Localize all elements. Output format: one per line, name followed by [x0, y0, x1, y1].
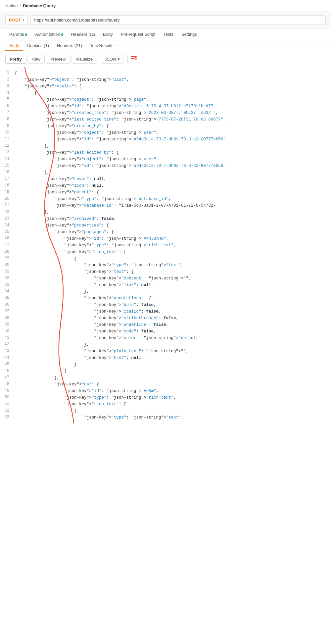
line-content: "json-key">"bold": false, [15, 302, 331, 308]
line-content: "json-key">"type": "json-string">"databa… [15, 196, 331, 202]
line-number: 39 [0, 322, 15, 328]
line-number: 41 [0, 335, 15, 341]
line-content: "json-key">"object": "json-string">"user… [15, 129, 331, 136]
code-line: 4 { [0, 90, 331, 96]
line-number: 24 [0, 222, 15, 228]
code-line: 9 "json-key">"created_by": { [0, 123, 331, 129]
line-content: "json-key">"database_id": "1T1a-5d0-3a01… [15, 202, 331, 209]
code-line: 40 "json-key">"code": false, [0, 328, 331, 335]
line-number: 31 [0, 269, 15, 275]
sub-tabs: Body Cookies (1) Headers (21) Test Resul… [0, 40, 331, 51]
code-line: 49 "json-key">"id": "json-string">"AoNm"… [0, 388, 331, 394]
lines-container: 1{2 "json-key">"object": "json-string">"… [0, 70, 331, 421]
line-content: }, [15, 288, 331, 295]
line-number: 49 [0, 388, 15, 394]
code-line: 22 }, [0, 209, 331, 216]
line-content: "json-key">"type": "json-string">"rich_t… [15, 394, 331, 401]
line-number: 26 [0, 235, 15, 242]
code-line: 39 "json-key">"underline": false, [0, 322, 331, 328]
code-line: 36 "json-key">"bold": false, [0, 302, 331, 308]
line-content: "json-key">"last_edited_by": { [15, 149, 331, 156]
line-number: 35 [0, 295, 15, 301]
sub-tab-test-results[interactable]: Test Results [86, 40, 118, 51]
code-line: 2 "json-key">"object": "json-string">"li… [0, 76, 331, 83]
tab-settings[interactable]: Settings [177, 28, 201, 40]
line-number: 9 [0, 123, 15, 129]
visualize-button[interactable]: Visualize [71, 55, 97, 64]
preview-button[interactable]: Preview [46, 55, 70, 64]
line-content: "json-key">"created_by": { [15, 123, 331, 129]
line-number: 38 [0, 315, 15, 321]
line-number: 46 [0, 368, 15, 374]
wrap-button[interactable] [127, 54, 140, 64]
sub-tab-headers[interactable]: Headers (21) [53, 40, 86, 51]
line-number: 14 [0, 156, 15, 162]
code-line: 28 "json-key">"rich_text": [ [0, 249, 331, 255]
code-line: 15 "json-key">"id": "json-string">"a94d3… [0, 163, 331, 169]
code-line: 48 "json-key">"os": { [0, 381, 331, 388]
code-line: 16 }, [0, 169, 331, 176]
line-number: 13 [0, 149, 15, 156]
code-line: 37 "json-key">"italic": false, [0, 308, 331, 315]
line-content: } [15, 361, 331, 368]
line-content: }, [15, 209, 331, 216]
tab-headers[interactable]: Headers (12) [67, 28, 99, 40]
code-line: 20 "json-key">"type": "json-string">"dat… [0, 196, 331, 202]
main-tabs: Params Authorization Headers (12) Body P… [0, 28, 331, 40]
line-number: 23 [0, 216, 15, 222]
line-number: 52 [0, 408, 15, 414]
breadcrumb-separator: / [20, 3, 21, 8]
line-content: "json-key">"href": null [15, 355, 331, 361]
breadcrumb: Notion / Database Query [0, 0, 331, 12]
code-line: 43 "json-key">"plain_text": "json-string… [0, 348, 331, 355]
line-number: 15 [0, 163, 15, 169]
sub-tab-body[interactable]: Body [5, 40, 23, 51]
line-number: 34 [0, 288, 15, 295]
code-line: 27 "json-key">"type": "json-string">"ric… [0, 242, 331, 249]
line-content: "json-key">"code": false, [15, 328, 331, 335]
line-number: 51 [0, 401, 15, 407]
line-content: "json-key">"text": { [15, 269, 331, 275]
method-select[interactable]: POST ▾ [5, 15, 28, 25]
code-line: 19 "json-key">"parent": { [0, 189, 331, 196]
chevron-down-icon: ▾ [118, 57, 120, 62]
code-line: 33 "json-key">"link": null [0, 282, 331, 288]
breadcrumb-parent[interactable]: Notion [5, 3, 18, 8]
line-content: "json-key">"strikethrough": false, [15, 315, 331, 322]
line-content: "json-key">"type": "json-string">"text", [15, 262, 331, 269]
line-content: "json-key">"annotations": { [15, 295, 331, 302]
tab-body[interactable]: Body [99, 28, 117, 40]
line-number: 5 [0, 96, 15, 103]
line-number: 29 [0, 255, 15, 262]
line-number: 6 [0, 103, 15, 109]
line-content: { [15, 90, 331, 96]
tab-tests[interactable]: Tests [159, 28, 177, 40]
tab-pre-request-script[interactable]: Pre-request Script [117, 28, 160, 40]
line-number: 42 [0, 341, 15, 348]
line-number: 50 [0, 394, 15, 401]
format-select[interactable]: JSON ▾ [101, 55, 123, 64]
line-content: }, [15, 341, 331, 348]
code-line: 24 "json-key">"properties": { [0, 222, 331, 229]
line-number: 20 [0, 196, 15, 202]
code-line: 1{ [0, 70, 331, 76]
viewer-controls: Pretty Raw Preview Visualize JSON ▾ [0, 51, 331, 67]
code-line: 14 "json-key">"object": "json-string">"u… [0, 156, 331, 163]
sub-tab-cookies[interactable]: Cookies (1) [23, 40, 53, 51]
line-content: "json-key">"object": "json-string">"user… [15, 156, 331, 163]
url-input[interactable] [30, 15, 326, 25]
code-line: 51 "json-key">"rich_text": [ [0, 401, 331, 408]
code-line: 8 "json-key">"last_edited_time": "json-s… [0, 116, 331, 123]
code-line: 31 "json-key">"text": { [0, 269, 331, 275]
raw-button[interactable]: Raw [27, 55, 45, 64]
pretty-button[interactable]: Pretty [5, 55, 26, 64]
tab-authorization[interactable]: Authorization [31, 28, 67, 40]
code-line: 30 "json-key">"type": "json-string">"tex… [0, 262, 331, 269]
line-number: 32 [0, 275, 15, 281]
line-content: "json-key">"parent": { [15, 189, 331, 196]
line-number: 1 [0, 70, 15, 76]
tab-params[interactable]: Params [5, 28, 31, 40]
code-line: 50 "json-key">"type": "json-string">"ric… [0, 394, 331, 401]
line-number: 21 [0, 202, 15, 209]
line-content: "json-key">"id": "json-string">"Af%3D%40… [15, 235, 331, 242]
